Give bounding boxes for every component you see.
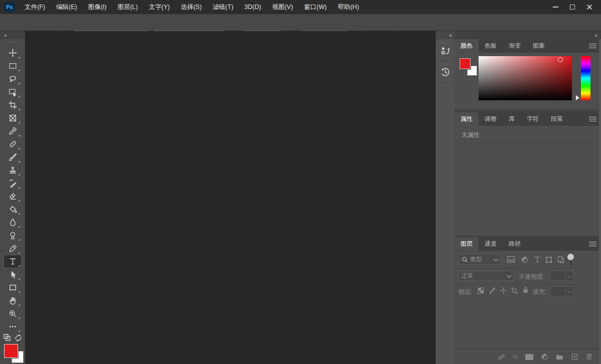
tool-brush[interactable] bbox=[4, 151, 21, 163]
tool-object-selection[interactable] bbox=[4, 86, 21, 98]
color-saturation-field[interactable] bbox=[479, 56, 572, 100]
tool-type[interactable] bbox=[4, 255, 21, 268]
tool-dodge[interactable] bbox=[4, 229, 21, 242]
menu-layer[interactable]: 图层(L) bbox=[112, 0, 143, 14]
tab-properties[interactable]: 属性 bbox=[455, 112, 479, 126]
tab-character[interactable]: 字符 bbox=[521, 112, 545, 126]
menu-window[interactable]: 窗口(W) bbox=[298, 0, 332, 14]
tool-history-brush[interactable] bbox=[4, 177, 21, 190]
menu-bar: 文件(F) 编辑(E) 图像(I) 图层(L) 文字(Y) 选择(S) 滤镜(T… bbox=[19, 0, 365, 14]
window-controls bbox=[547, 0, 598, 14]
close-button[interactable] bbox=[581, 0, 598, 14]
toolbar-grip[interactable] bbox=[7, 41, 19, 43]
tool-lasso[interactable] bbox=[4, 73, 21, 85]
color-field-marker[interactable] bbox=[558, 57, 563, 62]
menu-view[interactable]: 视图(V) bbox=[266, 0, 298, 14]
menu-image[interactable]: 图像(I) bbox=[83, 0, 112, 14]
filter-adjustment-layers-button[interactable] bbox=[521, 256, 529, 264]
tab-paths[interactable]: 路径 bbox=[503, 237, 527, 251]
dock-header[interactable]: « bbox=[436, 31, 455, 39]
maximize-button[interactable] bbox=[564, 0, 581, 14]
new-layer-button[interactable] bbox=[571, 353, 578, 360]
tool-rectangle[interactable] bbox=[4, 281, 21, 294]
opacity-dropdown[interactable] bbox=[566, 271, 573, 281]
tool-rectangular-marquee[interactable] bbox=[4, 60, 21, 72]
menu-filter[interactable]: 滤镜(T) bbox=[207, 0, 239, 14]
menu-help[interactable]: 帮助(H) bbox=[332, 0, 364, 14]
lock-paint-icon bbox=[489, 287, 496, 294]
tab-color[interactable]: 颜色 bbox=[455, 39, 479, 53]
tool-move[interactable] bbox=[4, 47, 21, 59]
menu-select[interactable]: 选择(S) bbox=[175, 0, 207, 14]
add-mask-button[interactable] bbox=[525, 353, 534, 360]
title-bar: Ps 文件(F) 编辑(E) 图像(I) 图层(L) 文字(Y) 选择(S) 滤… bbox=[0, 0, 601, 14]
tab-libraries[interactable]: 库 bbox=[503, 112, 521, 126]
link-layers-button[interactable] bbox=[497, 353, 506, 360]
panels-collapse-icon: » bbox=[594, 33, 597, 38]
tab-layers[interactable]: 图层 bbox=[455, 237, 479, 251]
tool-crop[interactable] bbox=[4, 99, 21, 111]
panels-header[interactable]: » bbox=[455, 31, 601, 39]
filter-type-layers-button[interactable] bbox=[533, 256, 541, 264]
tool-spot-healing[interactable] bbox=[4, 138, 21, 150]
new-group-button[interactable] bbox=[555, 353, 564, 360]
lock-artboard-button[interactable] bbox=[511, 287, 518, 294]
tool-edit-toolbar[interactable] bbox=[4, 320, 21, 333]
lock-paint-button[interactable] bbox=[489, 287, 496, 294]
blend-mode-select[interactable]: 正常 bbox=[459, 271, 514, 281]
toolbar-header[interactable]: » bbox=[0, 31, 25, 39]
delete-layer-button[interactable] bbox=[585, 353, 593, 360]
fill-dropdown[interactable] bbox=[566, 286, 573, 296]
color-panel-menu-icon[interactable] bbox=[589, 44, 596, 48]
tab-adjustments[interactable]: 调整 bbox=[479, 112, 503, 126]
tool-clone-stamp[interactable] bbox=[4, 164, 21, 176]
filter-shape-layers-button[interactable] bbox=[545, 256, 553, 264]
layer-filter-switch[interactable] bbox=[567, 254, 574, 260]
menu-3d[interactable]: 3D(D) bbox=[239, 0, 266, 14]
layers-panel-tabs: 图层 通道 路径 bbox=[455, 237, 599, 251]
tab-swatches[interactable]: 色板 bbox=[479, 39, 503, 53]
tab-paragraph[interactable]: 段落 bbox=[545, 112, 569, 126]
lock-transparent-button[interactable] bbox=[477, 287, 485, 294]
hue-slider-marker[interactable] bbox=[576, 95, 579, 100]
tool-eraser[interactable] bbox=[4, 190, 21, 203]
lock-all-button[interactable] bbox=[522, 286, 529, 294]
tool-path-selection[interactable] bbox=[4, 268, 21, 281]
filter-smart-objects-button[interactable] bbox=[557, 256, 565, 264]
fill-input[interactable] bbox=[550, 286, 566, 296]
tool-frame[interactable] bbox=[4, 112, 21, 124]
layers-panel-menu-icon[interactable] bbox=[589, 242, 596, 246]
tool-zoom[interactable] bbox=[4, 307, 21, 320]
default-colors-button[interactable] bbox=[3, 334, 12, 342]
tool-eyedropper[interactable] bbox=[4, 125, 21, 137]
tool-hand[interactable] bbox=[4, 294, 21, 307]
new-adjustment-button[interactable] bbox=[541, 353, 548, 360]
opacity-input[interactable] bbox=[550, 271, 566, 281]
panel-foreground-color-swatch[interactable] bbox=[460, 58, 471, 69]
collapsed-panel-button-1[interactable] bbox=[436, 40, 455, 61]
layer-style-button[interactable]: fx bbox=[513, 353, 518, 360]
foreground-color-swatch[interactable] bbox=[4, 344, 18, 358]
filter-pixel-layers-button[interactable] bbox=[507, 256, 515, 263]
swap-colors-button[interactable] bbox=[14, 334, 23, 342]
menu-type[interactable]: 文字(Y) bbox=[143, 0, 176, 14]
canvas-area[interactable] bbox=[25, 31, 435, 364]
properties-panel-menu-icon[interactable] bbox=[589, 117, 596, 121]
tool-paint-bucket[interactable] bbox=[4, 203, 21, 216]
lock-position-button[interactable] bbox=[500, 287, 507, 294]
chevron-down-icon bbox=[494, 256, 499, 261]
lock-artboard-icon bbox=[511, 287, 518, 294]
hue-slider[interactable] bbox=[581, 56, 590, 100]
menu-file[interactable]: 文件(F) bbox=[19, 0, 51, 14]
menu-edit[interactable]: 编辑(E) bbox=[51, 0, 83, 14]
tab-channels[interactable]: 通道 bbox=[479, 237, 503, 251]
minimize-button[interactable] bbox=[547, 0, 564, 14]
tab-gradients[interactable]: 渐变 bbox=[503, 39, 527, 53]
properties-panel-tabs: 属性 调整 库 字符 段落 bbox=[455, 112, 599, 126]
tab-patterns[interactable]: 图案 bbox=[527, 39, 551, 53]
adjustment-layer-filter-icon bbox=[521, 256, 529, 264]
layer-filter-type-select[interactable]: 类型 bbox=[459, 254, 501, 265]
collapsed-panel-button-2[interactable] bbox=[436, 62, 455, 83]
tool-pen[interactable] bbox=[4, 242, 21, 255]
tool-blur[interactable] bbox=[4, 216, 21, 229]
